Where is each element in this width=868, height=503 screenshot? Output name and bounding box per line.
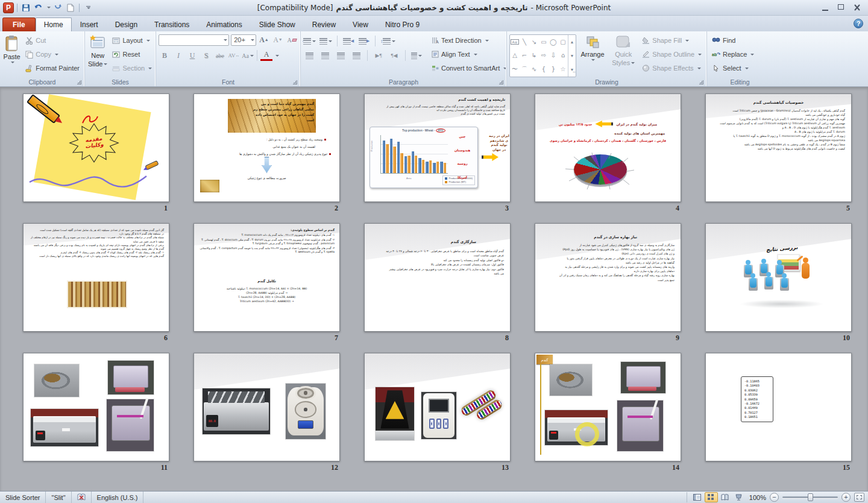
zoom-out-button[interactable]: −: [770, 493, 779, 502]
powerpoint-app-icon[interactable]: P: [3, 2, 14, 13]
format-painter-button[interactable]: Format Painter: [23, 62, 82, 75]
font-dialog-launcher[interactable]: [293, 80, 297, 84]
tab-insert[interactable]: Insert: [72, 17, 107, 31]
tab-file[interactable]: File: [2, 17, 36, 31]
shrink-font-button[interactable]: A▼: [272, 34, 284, 46]
columns-button[interactable]: [410, 49, 423, 62]
change-case-button[interactable]: Aa: [242, 49, 254, 62]
cut-button[interactable]: Cut: [23, 34, 82, 47]
slide-11-thumbnail[interactable]: [23, 353, 169, 461]
clipboard-dialog-launcher[interactable]: [77, 80, 81, 84]
line-spacing-button[interactable]: ↕: [380, 35, 395, 47]
shape-outline-button[interactable]: Shape Outline: [640, 48, 704, 61]
slide-10-thumbnail[interactable]: بررسی نتایج: [705, 223, 852, 332]
tab-home[interactable]: Home: [36, 17, 72, 31]
font-name-combo[interactable]: [159, 34, 229, 46]
slide-8-thumbnail[interactable]: سازگاری گندم گندم گیاه مناطق معتدله است …: [364, 223, 511, 332]
tab-slide-show[interactable]: Slide Show: [251, 17, 304, 31]
reading-view-button[interactable]: [719, 492, 732, 502]
slide-sorter-view-button[interactable]: [705, 492, 718, 502]
character-spacing-button[interactable]: AV↔: [228, 49, 240, 62]
rtl-direction-button[interactable]: ¶◀: [388, 49, 400, 62]
drawing-dialog-launcher[interactable]: [699, 80, 703, 84]
restore-button[interactable]: [837, 4, 846, 12]
find-button[interactable]: Find: [709, 34, 756, 47]
slide-5-thumbnail[interactable]: خصوصیات گیاهشناسی گندم گندم گیاهی یکساله…: [705, 93, 852, 202]
undo-dropdown-caret[interactable]: [47, 7, 51, 8]
paste-button[interactable]: Paste: [2, 33, 21, 77]
slide-13-thumbnail[interactable]: [364, 353, 511, 461]
close-button[interactable]: [852, 4, 862, 12]
select-button[interactable]: Select: [709, 62, 756, 75]
theme-status[interactable]: "Slit": [46, 492, 71, 503]
tab-view[interactable]: View: [344, 17, 377, 31]
slide-4-thumbnail[interactable]: میزان تولید گندم در ایران حدود ۱۳/۵ میلی…: [535, 93, 681, 202]
paragraph-dialog-launcher[interactable]: [499, 80, 503, 84]
convert-to-smartart-button[interactable]: Convert to SmartArt: [429, 62, 509, 75]
spell-check-status[interactable]: [72, 492, 92, 503]
slide-2-thumbnail[interactable]: گندم مهمترین گیاه دنیا است و بین تمامی گ…: [193, 93, 340, 202]
justify-button[interactable]: [350, 49, 362, 62]
new-slide-button[interactable]: New Slide: [87, 33, 108, 77]
bold-button[interactable]: B: [159, 49, 171, 62]
numbering-button[interactable]: [319, 35, 332, 47]
new-document-button[interactable]: [65, 2, 76, 13]
copy-button[interactable]: Copy: [23, 48, 82, 61]
clear-formatting-button[interactable]: A: [286, 34, 298, 46]
shape-effects-button[interactable]: Shape Effects: [640, 62, 704, 75]
shapes-scroll-up-icon[interactable]: ▲: [570, 40, 574, 44]
tab-transitions[interactable]: Transitions: [146, 17, 198, 31]
align-text-button[interactable]: Align Text: [429, 48, 509, 61]
align-center-button[interactable]: [319, 49, 331, 62]
tab-design[interactable]: Design: [107, 17, 146, 31]
language-status[interactable]: English (U.S.): [92, 492, 144, 503]
view-status[interactable]: Slide Sorter: [0, 492, 46, 503]
align-right-button[interactable]: [335, 49, 347, 62]
font-color-caret[interactable]: [275, 55, 279, 57]
slide-3-thumbnail[interactable]: تاریخچه و اهمیت کشت گندم گندم شاید اولین…: [364, 93, 511, 202]
italic-button[interactable]: I: [172, 49, 184, 62]
normal-view-button[interactable]: [691, 492, 704, 502]
zoom-in-button[interactable]: +: [841, 493, 851, 502]
ltr-direction-button[interactable]: ▶¶: [373, 49, 385, 62]
redo-button[interactable]: [52, 2, 63, 13]
slide-7-thumbnail[interactable]: گندم بر اساس سطوح پلوئیدی: ۱- گندم های د…: [193, 223, 340, 332]
reset-button[interactable]: Reset: [110, 48, 154, 61]
text-direction-button[interactable]: A Text Direction: [429, 34, 509, 47]
shapes-gallery[interactable]: A≡ ╲↘ ▭◯▢ △⌐↳ ⇨⇩⌂ 〜⌒∿ {}☆ ▲▼▼̲: [509, 34, 576, 77]
undo-button[interactable]: [33, 2, 44, 13]
help-icon[interactable]: ?: [854, 19, 863, 28]
zoom-slider[interactable]: [782, 496, 838, 498]
zoom-slider-thumb[interactable]: [808, 493, 813, 501]
grow-font-button[interactable]: A▲: [258, 34, 270, 46]
underline-button[interactable]: U: [186, 49, 198, 62]
shadow-button[interactable]: S: [200, 49, 212, 62]
shapes-scroll-down-icon[interactable]: ▼: [570, 54, 574, 58]
tab-nitro-pro[interactable]: Nitro Pro 9: [377, 17, 428, 31]
slide-show-view-button[interactable]: [732, 492, 746, 502]
slide-9-thumbnail[interactable]: نیاز بهاره سازی در گندم سازگاری گندم به …: [535, 223, 681, 332]
slide-14-thumbnail[interactable]: گندم: [535, 353, 681, 461]
save-button[interactable]: [20, 2, 31, 13]
slide-6-thumbnail[interactable]: گل آذین گندم سنبله نامیده می شود که از ت…: [23, 223, 169, 332]
shape-fill-button[interactable]: Shape Fill: [640, 34, 704, 47]
slide-sorter-canvas[interactable]: مقدمه وکلیات 1 گندم مهمترین گیاه دنیا اس…: [0, 87, 868, 491]
font-color-button[interactable]: A: [260, 51, 272, 61]
replace-button[interactable]: ab↷ Replace: [709, 48, 756, 61]
slide-12-thumbnail[interactable]: 88.8: [193, 353, 340, 461]
quick-styles-button[interactable]: Quick Styles: [609, 33, 638, 77]
qat-customize-button[interactable]: [83, 2, 93, 13]
decrease-indent-button[interactable]: ◀: [342, 35, 354, 47]
arrange-button[interactable]: Arrange: [578, 33, 607, 77]
align-left-button[interactable]: [303, 49, 315, 62]
bullets-button[interactable]: [303, 35, 316, 47]
tab-review[interactable]: Review: [304, 17, 344, 31]
fit-to-window-button[interactable]: [854, 493, 864, 502]
section-button[interactable]: Section: [110, 62, 154, 75]
layout-button[interactable]: Layout: [110, 34, 154, 47]
strikethrough-button[interactable]: abe: [214, 49, 226, 62]
minimize-button[interactable]: [821, 4, 831, 12]
increase-indent-button[interactable]: ▶: [358, 35, 370, 47]
tab-animations[interactable]: Animations: [198, 17, 250, 31]
slide-1-thumbnail[interactable]: مقدمه وکلیات: [23, 93, 169, 202]
